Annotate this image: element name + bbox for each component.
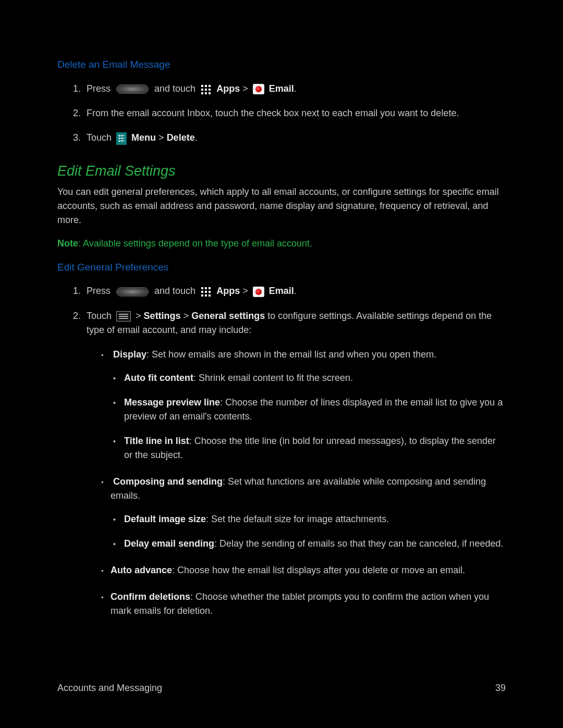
apps-grid-icon [199,82,213,96]
bold-text: Default image size [124,514,206,524]
delete-steps-list: Press and touch Apps > Email. From the e… [57,82,506,145]
text: > [158,132,164,143]
note-text: Note: Available settings depend on the t… [57,237,506,251]
list-item: Auto advance: Choose how the email list … [107,563,506,577]
text: > [242,286,248,296]
bold-text: Title line in list [124,436,189,446]
bold-text: Display [113,349,146,360]
bold-text: Confirm deletions [111,591,190,602]
bold-text: Apps [216,286,240,296]
home-button-icon [116,84,149,94]
list-item: Default image size: Set the default size… [124,512,506,526]
apps-grid-icon [199,285,213,299]
bold-text: Apps [216,83,240,94]
bold-text: Settings [144,311,181,321]
bold-text: Composing and sending [113,476,223,487]
text: : Shrink email content to fit the screen… [193,373,353,383]
text: Press [87,83,111,94]
text: : Delay the sending of emails so that th… [214,538,503,549]
email-app-icon [253,287,264,297]
text: . [294,286,297,296]
footer-section: Accounts and Messaging [57,681,162,695]
bold-text: Auto advance [111,565,172,575]
list-item: Touch > Settings > General settings to c… [83,309,506,618]
bold-text: General settings [191,311,265,321]
list-item: Auto fit content: Shrink email content t… [124,371,506,385]
text: Touch [87,132,112,143]
text: : Set the default size for image attachm… [206,514,389,524]
text: Press [87,286,111,296]
text: : Available settings depend on the type … [78,238,312,249]
text: and touch [154,83,195,94]
bold-text: Delay email sending [124,538,214,549]
list-item: Confirm deletions: Choose whether the ta… [107,590,506,618]
text: . [195,132,198,143]
note-label: Note [57,238,78,249]
paragraph: You can edit general preferences, which … [57,185,506,227]
text: : Choose how the email list displays aft… [172,565,465,575]
page-footer: Accounts and Messaging 39 [0,681,563,695]
text: and touch [154,286,195,296]
home-button-icon [116,287,149,297]
heading-general-prefs: Edit General Preferences [57,260,506,275]
text: > [183,311,189,321]
menu-list-icon [116,311,131,322]
page-content: Delete an Email Message Press and touch … [0,0,563,651]
list-item: Message preview line: Choose the number … [124,396,506,424]
text: Touch [87,311,112,321]
display-options: Auto fit content: Shrink email content t… [111,371,506,462]
heading-edit-settings: Edit Email Settings [57,161,506,182]
bold-text: Auto fit content [124,373,193,383]
bold-text: Delete [167,132,195,143]
list-item: Title line in list: Choose the title lin… [124,434,506,462]
heading-delete-email: Delete an Email Message [57,57,506,72]
bold-text: Menu [131,132,156,143]
list-item: Press and touch Apps > Email. [83,82,506,96]
list-item: Touch Menu > Delete. [83,131,506,145]
bold-text: Email [269,83,294,94]
bold-text: Email [269,286,294,296]
list-item: Composing and sending: Set what function… [107,475,506,551]
page-number: 39 [495,681,506,695]
list-item: Delay email sending: Delay the sending o… [124,537,506,551]
email-app-icon [253,84,264,94]
list-item: From the email account Inbox, touch the … [83,106,506,120]
bold-text: Message preview line [124,397,220,408]
text: > [136,311,141,321]
text: . [294,83,297,94]
settings-categories: Display: Set how emails are shown in the… [87,348,506,618]
menu-dots-icon [116,132,127,145]
general-steps-list: Press and touch Apps > Email. Touch > Se… [57,284,506,618]
text: : Set how emails are shown in the email … [146,349,436,360]
list-item: Display: Set how emails are shown in the… [107,348,506,462]
list-item: Press and touch Apps > Email. [83,284,506,299]
text: > [242,83,248,94]
composing-options: Default image size: Set the default size… [111,512,506,551]
